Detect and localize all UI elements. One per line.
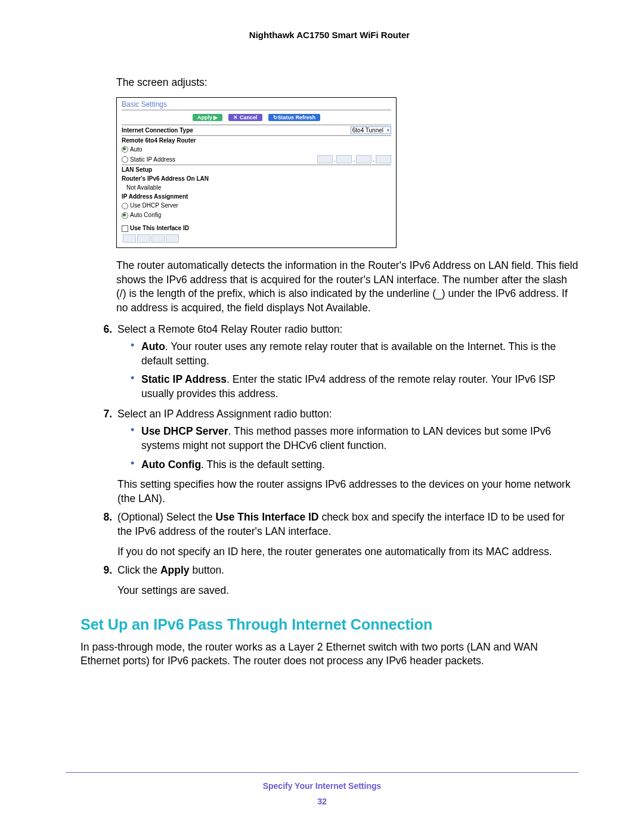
lan-setup-label: LAN Setup bbox=[122, 166, 152, 173]
lan-addr-value: Not Available bbox=[126, 184, 161, 191]
ss-title: Basic Settings bbox=[117, 98, 396, 110]
settings-screenshot: Basic Settings Apply ▶ ✕ Cancel ↻Status … bbox=[116, 97, 397, 248]
step8-tail: If you do not specify an ID here, the ro… bbox=[117, 545, 578, 559]
step6-static: Static IP Address. Enter the static IPv4… bbox=[131, 373, 578, 401]
chevron-down-icon: ▾ bbox=[387, 128, 389, 133]
dhcp-radio[interactable] bbox=[122, 203, 128, 209]
ip-assign-label: IP Address Assignment bbox=[122, 193, 188, 200]
static-ip-input[interactable]: . . . bbox=[317, 155, 391, 163]
steps-list: Select a Remote 6to4 Relay Router radio … bbox=[97, 323, 578, 598]
interface-id-input[interactable] bbox=[117, 233, 396, 247]
cancel-button[interactable]: ✕ Cancel bbox=[228, 114, 262, 121]
autoconfig-radio[interactable] bbox=[122, 212, 128, 219]
relay-label: Remote 6to4 Relay Router bbox=[122, 137, 196, 144]
step7-dhcp: Use DHCP Server. This method passes more… bbox=[131, 425, 578, 453]
status-refresh-button[interactable]: ↻Status Refresh bbox=[268, 114, 321, 121]
page-header: Nighthawk AC1750 Smart WiFi Router bbox=[80, 30, 578, 40]
conn-type-select[interactable]: 6to4 Tunnel ▾ bbox=[351, 126, 391, 134]
step6-auto: Auto. Your router uses any remote relay … bbox=[131, 340, 578, 368]
step-9: Click the Apply button. Your settings ar… bbox=[115, 563, 578, 597]
lan-addr-label: Router's IPv6 Address On LAN bbox=[122, 175, 209, 182]
use-interface-checkbox[interactable] bbox=[122, 225, 128, 232]
step-8: (Optional) Select the Use This Interface… bbox=[115, 510, 578, 559]
para-after-screenshot: The router automatically detects the inf… bbox=[116, 259, 578, 315]
intro-text: The screen adjusts: bbox=[116, 76, 578, 90]
step9-tail: Your settings are saved. bbox=[117, 584, 578, 598]
step7-tail: This setting specifies how the router as… bbox=[117, 478, 578, 506]
relay-auto-radio[interactable] bbox=[122, 146, 128, 153]
apply-button[interactable]: Apply ▶ bbox=[193, 114, 223, 121]
conn-type-label: Internet Connection Type bbox=[122, 127, 193, 134]
footer-title: Specify Your Internet Settings bbox=[66, 781, 578, 791]
page-footer: Specify Your Internet Settings 32 bbox=[66, 772, 578, 806]
step-7: Select an IP Address Assignment radio bu… bbox=[115, 407, 578, 506]
section-heading: Set Up an IPv6 Pass Through Internet Con… bbox=[80, 616, 578, 633]
footer-page-number: 32 bbox=[66, 797, 578, 806]
step-6: Select a Remote 6to4 Relay Router radio … bbox=[115, 323, 578, 401]
section-text: In pass-through mode, the router works a… bbox=[80, 640, 578, 668]
relay-static-radio[interactable] bbox=[122, 156, 128, 163]
step7-auto: Auto Config. This is the default setting… bbox=[131, 458, 578, 472]
